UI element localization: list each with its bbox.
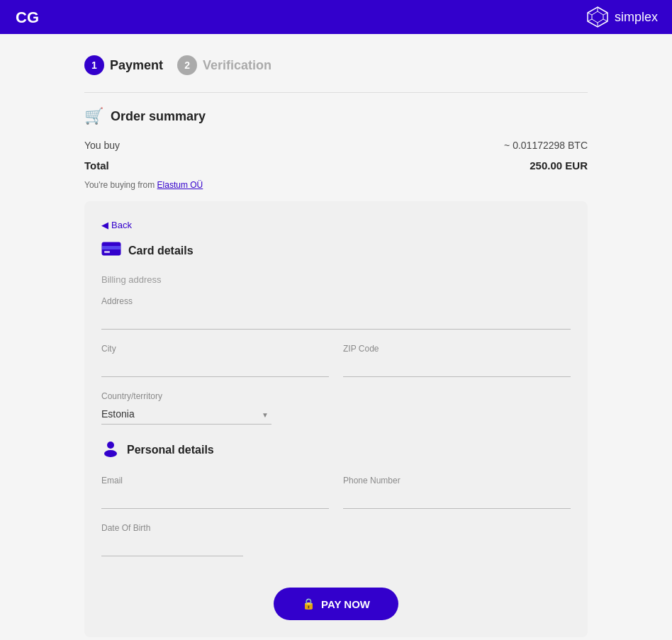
order-summary-title: Order summary xyxy=(111,109,206,124)
step-1-label: Payment xyxy=(110,58,163,73)
step-2-verification: 2 Verification xyxy=(177,55,271,75)
pay-now-container: 🔒 PAY NOW xyxy=(101,571,571,620)
personal-details-section: Personal details Email Phone Number Date… xyxy=(101,439,571,556)
step-2-circle: 2 xyxy=(177,55,197,75)
city-zip-row: City ZIP Code xyxy=(101,344,571,377)
personal-details-header: Personal details xyxy=(101,439,571,461)
email-label: Email xyxy=(101,476,329,485)
card-details-header: Card details xyxy=(101,242,571,260)
svg-point-12 xyxy=(107,442,114,449)
cart-icon: 🛒 xyxy=(84,107,103,125)
step-1-circle: 1 xyxy=(84,55,104,75)
svg-marker-2 xyxy=(592,11,603,23)
svg-line-4 xyxy=(603,13,607,15)
address-field: Address xyxy=(101,296,571,330)
personal-details-title: Personal details xyxy=(127,444,214,456)
main-content: 1 Payment 2 Verification 🛒 Order summary… xyxy=(70,34,602,640)
you-buy-value: ~ 0.01172298 BTC xyxy=(504,140,588,151)
card-details-title: Card details xyxy=(128,245,194,257)
country-field: Country/territory Estonia Finland German… xyxy=(101,391,571,425)
steps-indicator: 1 Payment 2 Verification xyxy=(84,55,588,75)
phone-field: Phone Number xyxy=(343,476,571,509)
address-label: Address xyxy=(101,296,571,306)
svg-line-8 xyxy=(588,13,592,15)
simplex-brand-name: simplex xyxy=(615,10,658,25)
city-field: City xyxy=(101,344,329,377)
simplex-logo: simplex xyxy=(586,6,658,28)
address-field-group: Address xyxy=(101,296,571,330)
lock-icon: 🔒 xyxy=(302,597,315,610)
phone-input[interactable] xyxy=(343,488,571,509)
total-value: 250.00 EUR xyxy=(530,159,588,172)
address-input[interactable] xyxy=(101,309,571,330)
svg-line-5 xyxy=(603,19,607,21)
svg-line-7 xyxy=(588,19,592,21)
pay-now-button[interactable]: 🔒 PAY NOW xyxy=(274,588,398,620)
order-summary: 🛒 Order summary You buy ~ 0.01172298 BTC… xyxy=(84,107,588,190)
billing-address-label: Billing address xyxy=(101,274,571,285)
svg-point-13 xyxy=(104,450,117,457)
country-select-wrapper: Estonia Finland Germany France United Ki… xyxy=(101,404,271,425)
city-label: City xyxy=(101,344,329,354)
dob-field: Date Of Birth xyxy=(101,523,243,556)
you-buy-row: You buy ~ 0.01172298 BTC xyxy=(84,137,588,154)
email-phone-row: Email Phone Number xyxy=(101,476,571,509)
total-label: Total xyxy=(84,159,109,172)
phone-label: Phone Number xyxy=(343,476,571,485)
person-icon xyxy=(101,439,120,461)
city-input[interactable] xyxy=(101,357,329,377)
zip-field: ZIP Code xyxy=(343,344,571,377)
you-buy-label: You buy xyxy=(84,140,120,151)
total-row: Total 250.00 EUR xyxy=(84,157,588,174)
svg-rect-11 xyxy=(104,251,110,253)
svg-rect-10 xyxy=(102,246,121,249)
step-2-label: Verification xyxy=(203,58,271,73)
zip-label: ZIP Code xyxy=(343,344,571,354)
country-label: Country/territory xyxy=(101,391,571,401)
steps-divider xyxy=(84,92,588,93)
dob-input[interactable] xyxy=(101,536,243,556)
email-input[interactable] xyxy=(101,488,329,509)
order-summary-header: 🛒 Order summary xyxy=(84,107,588,125)
card-form: ◀ Back Card details Billing address Addr… xyxy=(84,201,588,637)
buying-from: You're buying from Elastum OÜ xyxy=(84,180,588,190)
zip-input[interactable] xyxy=(343,357,571,377)
email-field: Email xyxy=(101,476,329,509)
coingate-logo: CG xyxy=(14,6,43,28)
header: CG simplex xyxy=(0,0,672,34)
svg-text:CG: CG xyxy=(16,9,39,26)
back-button[interactable]: ◀ Back xyxy=(101,220,132,230)
country-select[interactable]: Estonia Finland Germany France United Ki… xyxy=(101,404,271,425)
credit-card-icon xyxy=(101,242,121,260)
dob-field-group: Date Of Birth xyxy=(101,523,571,556)
buying-from-link[interactable]: Elastum OÜ xyxy=(157,180,203,190)
step-1-payment: 1 Payment xyxy=(84,55,163,75)
dob-label: Date Of Birth xyxy=(101,523,243,533)
